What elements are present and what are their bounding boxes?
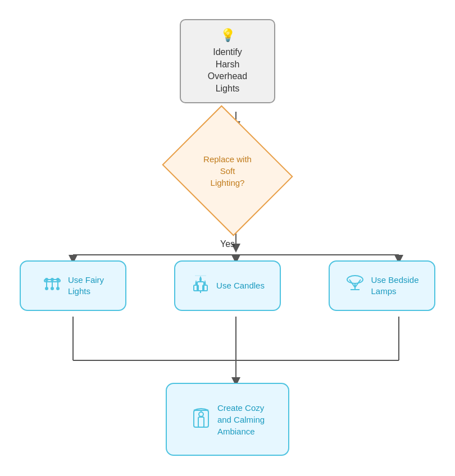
svg-point-13 <box>45 278 48 281</box>
decision-diamond-text: Replace withSoftLighting? <box>201 151 254 191</box>
svg-point-19 <box>45 287 48 290</box>
candles-label: Use Candles <box>216 280 265 291</box>
fairy-lights-icon <box>42 275 62 297</box>
cozy-ambiance-node: Create Cozyand CalmingAmbiance <box>166 383 289 456</box>
candles-node: Use Candles <box>174 260 281 311</box>
fairy-lights-label: Use FairyLights <box>68 274 104 298</box>
start-node: 💡 Identify Harsh Overhead Lights <box>180 19 275 103</box>
cozy-ambiance-label: Create Cozyand CalmingAmbiance <box>217 402 265 437</box>
candles-icon <box>190 274 211 298</box>
lamps-node: Use BedsideLamps <box>329 260 435 311</box>
yes-label: Yes <box>220 239 235 249</box>
lightbulb-icon: 💡 <box>220 28 235 43</box>
svg-point-21 <box>56 287 60 290</box>
start-label: Identify Harsh Overhead Lights <box>208 46 247 94</box>
ambiance-icon <box>190 406 212 433</box>
svg-rect-30 <box>194 410 208 427</box>
lamps-label: Use BedsideLamps <box>371 274 418 298</box>
svg-point-15 <box>56 278 60 281</box>
decision-diamond-wrapper: Replace withSoftLighting? <box>171 126 284 216</box>
flowchart: 💡 Identify Harsh Overhead Lights Replace… <box>8 8 447 468</box>
lamp-icon <box>345 274 365 298</box>
svg-rect-31 <box>198 417 204 427</box>
svg-point-32 <box>199 412 203 417</box>
svg-point-14 <box>51 278 54 281</box>
svg-point-20 <box>51 287 54 290</box>
fairy-lights-node: Use FairyLights <box>20 260 126 311</box>
